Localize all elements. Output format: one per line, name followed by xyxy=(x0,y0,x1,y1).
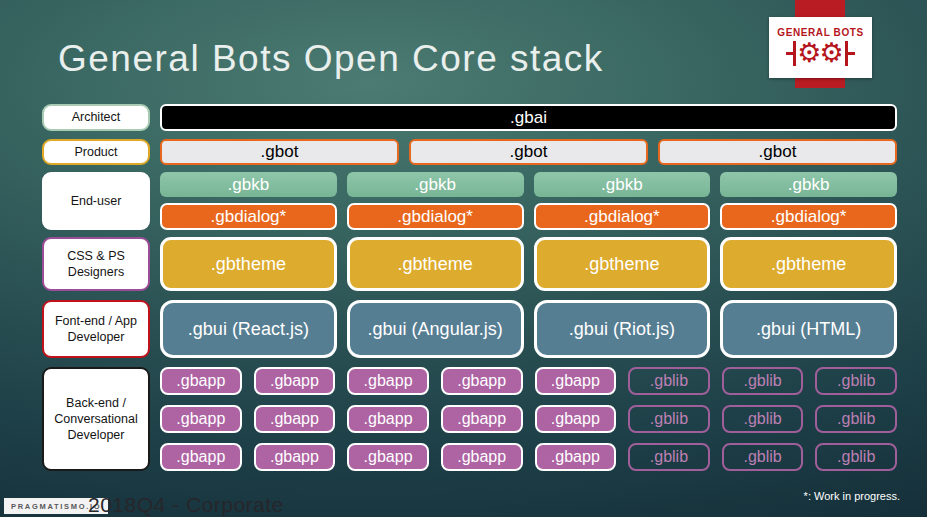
row-product: Product .gbot .gbot .gbot xyxy=(42,139,897,165)
gbapp-box: .gbapp xyxy=(347,443,429,471)
gbot-box: .gbot xyxy=(160,139,399,165)
gbapp-box: .gbapp xyxy=(441,367,523,395)
row-label-product: Product xyxy=(42,139,150,165)
gear-icon: ⚙ xyxy=(820,40,844,67)
gbapp-box: .gbapp xyxy=(160,405,242,433)
gear-icon: ⚙ xyxy=(797,40,821,67)
gbapp-box: .gbapp xyxy=(254,443,336,471)
gear-bar-icon xyxy=(793,41,796,66)
work-in-progress-note: *: Work in progress. xyxy=(804,490,900,502)
row-end-user: End-user .gbkb .gbkb .gbkb .gbkb .gbdial… xyxy=(42,172,897,230)
gbdialog-box: .gbdialog* xyxy=(720,203,897,230)
row-label-architect: Architect xyxy=(42,104,150,131)
gbdialog-box: .gbdialog* xyxy=(534,203,711,230)
gblib-box: .gblib xyxy=(628,443,710,471)
gbdialog-box: .gbdialog* xyxy=(160,203,337,230)
stack-diagram: Architect .gbai Product .gbot .gbot .gbo… xyxy=(42,104,897,471)
gbkb-box: .gbkb xyxy=(160,172,337,197)
gbot-box: .gbot xyxy=(409,139,648,165)
gblib-box: .gblib xyxy=(815,367,897,395)
gblib-box: .gblib xyxy=(722,405,804,433)
gbui-html-box: .gbui (HTML) xyxy=(720,300,897,358)
gbtheme-box: .gbtheme xyxy=(534,237,711,291)
gbui-riot-box: .gbui (Riot.js) xyxy=(534,300,711,358)
gblib-box: .gblib xyxy=(815,443,897,471)
slide: General Bots Open Core stack GENERAL BOT… xyxy=(0,0,927,517)
gbapp-box: .gbapp xyxy=(535,405,617,433)
row-label-frontend: Font-end / App Developer xyxy=(42,300,150,358)
gblib-box: .gblib xyxy=(628,405,710,433)
gbkb-box: .gbkb xyxy=(347,172,524,197)
gbapp-box: .gbapp xyxy=(254,405,336,433)
gbapp-box: .gbapp xyxy=(347,405,429,433)
gbai-bar: .gbai xyxy=(160,104,897,131)
slide-title: General Bots Open Core stack xyxy=(58,38,604,80)
gbapp-box: .gbapp xyxy=(160,367,242,395)
gear-bar-icon xyxy=(845,41,848,66)
gbapp-box: .gbapp xyxy=(441,443,523,471)
row-architect: Architect .gbai xyxy=(42,104,897,131)
gbapp-box: .gbapp xyxy=(254,367,336,395)
gblib-box: .gblib xyxy=(722,443,804,471)
row-label-designers: CSS & PS Designers xyxy=(42,237,150,291)
gbtheme-box: .gbtheme xyxy=(347,237,524,291)
gbkb-box: .gbkb xyxy=(720,172,897,197)
logo-brand-text: GENERAL BOTS xyxy=(777,28,863,38)
gbot-box: .gbot xyxy=(658,139,897,165)
row-designers: CSS & PS Designers .gbtheme .gbtheme .gb… xyxy=(42,237,897,291)
gbtheme-box: .gbtheme xyxy=(160,237,337,291)
row-label-backend: Back-end / Conversational Developer xyxy=(42,367,150,471)
gbapp-box: .gbapp xyxy=(441,405,523,433)
gbui-angular-box: .gbui (Angular.js) xyxy=(347,300,524,358)
gbapp-box: .gbapp xyxy=(347,367,429,395)
row-label-end-user: End-user xyxy=(42,172,150,230)
row-frontend: Font-end / App Developer .gbui (React.js… xyxy=(42,300,897,358)
gbkb-box: .gbkb xyxy=(534,172,711,197)
gbdialog-box: .gbdialog* xyxy=(347,203,524,230)
gbtheme-box: .gbtheme xyxy=(720,237,897,291)
footer-caption: 2018Q4 - Corporate xyxy=(88,493,284,517)
row-backend: Back-end / Conversational Developer .gba… xyxy=(42,367,897,471)
gbapp-box: .gbapp xyxy=(535,443,617,471)
general-bots-logo: GENERAL BOTS ⚙ ⚙ xyxy=(769,17,872,78)
gbapp-box: .gbapp xyxy=(535,367,617,395)
gbapp-box: .gbapp xyxy=(160,443,242,471)
logo-gears: ⚙ ⚙ xyxy=(793,38,847,70)
gblib-box: .gblib xyxy=(815,405,897,433)
gblib-box: .gblib xyxy=(722,367,804,395)
gbui-react-box: .gbui (React.js) xyxy=(160,300,337,358)
gblib-box: .gblib xyxy=(628,367,710,395)
